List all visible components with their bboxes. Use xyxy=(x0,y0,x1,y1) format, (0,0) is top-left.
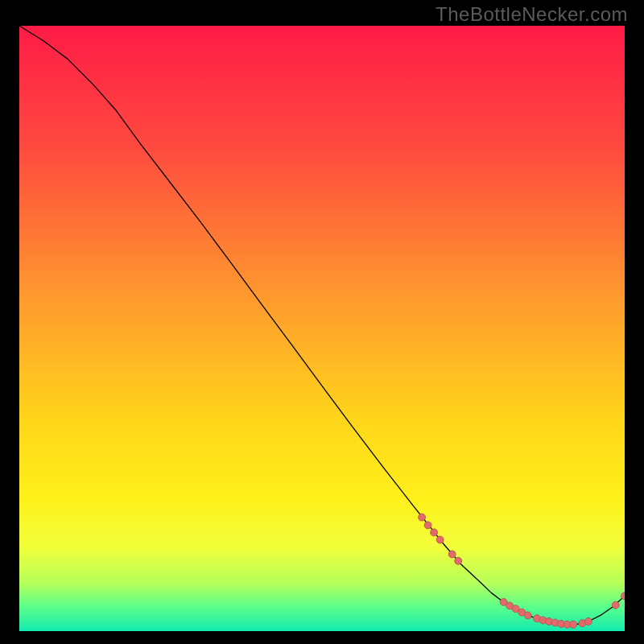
marker-point xyxy=(524,612,531,619)
marker-point xyxy=(584,617,592,625)
marker-point xyxy=(455,557,462,564)
plot-area xyxy=(19,26,625,631)
marker-point xyxy=(431,529,438,536)
marker-point xyxy=(424,522,431,529)
watermark-text: TheBottleNecker.com xyxy=(436,3,628,26)
marker-point xyxy=(612,601,619,609)
chart-frame: TheBottleNecker.com xyxy=(0,0,644,644)
marker-point xyxy=(448,551,456,558)
marker-point xyxy=(436,536,444,543)
gradient-background xyxy=(19,26,625,631)
chart-svg xyxy=(19,26,625,631)
marker-point xyxy=(419,514,426,521)
marker-point xyxy=(570,621,577,628)
